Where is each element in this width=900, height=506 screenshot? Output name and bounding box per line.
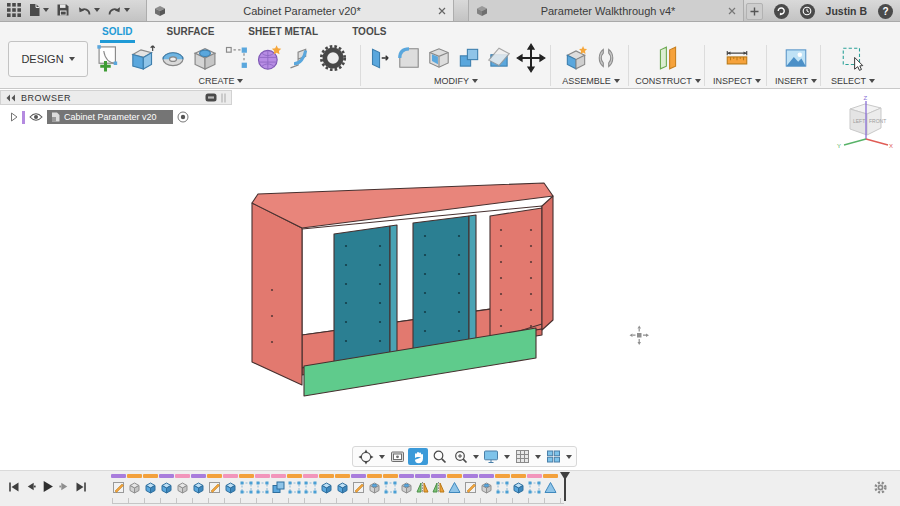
hole-icon[interactable] <box>191 44 219 72</box>
viewports-button[interactable] <box>543 448 563 465</box>
display-dropdown-caret[interactable] <box>502 455 511 459</box>
orbit-button[interactable] <box>356 448 376 465</box>
redo-icon[interactable] <box>107 4 130 17</box>
disclosure-triangle-icon[interactable] <box>10 112 18 122</box>
timeline-item-pattern[interactable] <box>526 474 542 494</box>
measure-icon[interactable] <box>724 45 750 71</box>
timeline-item-pattern[interactable] <box>494 474 510 494</box>
grid-dropdown-caret[interactable] <box>533 455 542 459</box>
group-label-create[interactable]: CREATE <box>90 76 352 86</box>
shell-icon[interactable] <box>426 45 452 71</box>
timeline-item-combine[interactable] <box>270 474 286 494</box>
timeline-item-pattern[interactable] <box>302 474 318 494</box>
timeline-item-hole[interactable] <box>478 474 494 494</box>
timeline-item-pattern[interactable] <box>254 474 270 494</box>
activate-component-radio-icon[interactable] <box>177 111 189 123</box>
timeline-item-sketch[interactable] <box>206 474 222 494</box>
help-icon[interactable]: ? <box>878 4 893 19</box>
close-tab-icon[interactable] <box>438 7 446 15</box>
joint-icon[interactable] <box>593 45 619 71</box>
timeline-item-mirror[interactable] <box>414 474 430 494</box>
fillet-icon[interactable] <box>396 45 422 71</box>
combine-icon[interactable] <box>456 45 482 71</box>
close-tab-icon[interactable] <box>728 7 736 15</box>
timeline-item-extrude[interactable] <box>158 474 174 494</box>
timeline-item-mirror[interactable] <box>430 474 446 494</box>
timeline-item-pattern[interactable] <box>382 474 398 494</box>
zoom-dropdown-caret[interactable] <box>471 455 480 459</box>
sweep-icon[interactable] <box>287 44 315 72</box>
browser-filter-icon[interactable] <box>205 93 217 102</box>
user-name[interactable]: Justin B <box>826 5 867 17</box>
pan-button[interactable] <box>408 448 428 465</box>
orbit-dropdown-caret[interactable] <box>377 455 386 459</box>
display-settings-button[interactable] <box>481 448 501 465</box>
create-sketch-icon[interactable] <box>95 44 123 72</box>
timeline-item-hole[interactable] <box>366 474 382 494</box>
zoom-window-button[interactable] <box>450 448 470 465</box>
timeline-item-pattern[interactable] <box>238 474 254 494</box>
collapse-panel-icon[interactable] <box>6 94 16 102</box>
undo-icon[interactable] <box>77 4 100 17</box>
document-tab-inactive[interactable]: Parameter Walkthrough v4* <box>468 0 744 21</box>
timeline-item-extrude[interactable] <box>318 474 334 494</box>
new-document-button[interactable] <box>746 3 763 20</box>
group-label-construct[interactable]: CONSTRUCT <box>634 76 702 86</box>
step-forward-button[interactable] <box>59 481 70 492</box>
timeline-item-box[interactable] <box>174 474 190 494</box>
timeline-item-hole[interactable] <box>398 474 414 494</box>
grid-settings-button[interactable] <box>512 448 532 465</box>
browser-document-item[interactable]: Cabinet Parameter v20 <box>47 110 173 124</box>
thread-icon[interactable] <box>319 44 347 72</box>
job-status-icon[interactable] <box>774 4 789 19</box>
play-button[interactable] <box>41 480 54 493</box>
form-icon[interactable] <box>255 44 283 72</box>
group-label-inspect[interactable]: INSPECT <box>708 76 766 86</box>
skip-to-end-button[interactable] <box>75 481 87 493</box>
extrude-icon[interactable] <box>127 44 155 72</box>
construct-plane-icon[interactable] <box>655 45 681 71</box>
group-label-assemble[interactable]: ASSEMBLE <box>556 76 626 86</box>
split-body-icon[interactable] <box>486 45 512 71</box>
group-label-modify[interactable]: MODIFY <box>366 76 546 86</box>
timeline-item-extrude[interactable] <box>334 474 350 494</box>
revolve-icon[interactable] <box>159 44 187 72</box>
document-tab-active[interactable]: Cabinet Parameter v20* <box>146 0 454 21</box>
timeline-item-triangle[interactable] <box>446 474 462 494</box>
file-menu-icon[interactable] <box>28 3 49 17</box>
visibility-eye-icon[interactable] <box>29 112 43 122</box>
viewcube-left-label[interactable]: LEFT <box>853 118 865 124</box>
step-back-button[interactable] <box>25 481 36 492</box>
panel-grip-icon[interactable] <box>221 93 226 103</box>
timeline-item-extrude[interactable] <box>142 474 158 494</box>
press-pull-icon[interactable] <box>366 45 392 71</box>
save-icon[interactable] <box>56 3 70 17</box>
move-copy-icon[interactable] <box>516 43 546 73</box>
group-label-select[interactable]: SELECT <box>826 76 880 86</box>
look-at-button[interactable] <box>387 448 407 465</box>
workspace-selector[interactable]: DESIGN <box>8 41 88 77</box>
notifications-clock-icon[interactable] <box>800 4 815 19</box>
timeline-item-sketch[interactable] <box>462 474 478 494</box>
view-cube[interactable]: LEFT FRONT Z X Y <box>836 94 894 152</box>
timeline-item-sketch[interactable] <box>110 474 126 494</box>
model-cabinet[interactable] <box>240 172 570 402</box>
app-launcher-icon[interactable] <box>7 3 21 17</box>
timeline-playhead[interactable] <box>564 474 566 501</box>
skip-to-start-button[interactable] <box>8 481 20 493</box>
timeline-item-sketch[interactable] <box>350 474 366 494</box>
viewcube-front-label[interactable]: FRONT <box>869 118 886 124</box>
timeline-item-extrude[interactable] <box>510 474 526 494</box>
timeline-item-extrude[interactable] <box>222 474 238 494</box>
timeline-item-box[interactable] <box>126 474 142 494</box>
timeline-settings-gear-icon[interactable] <box>873 480 888 495</box>
insert-image-icon[interactable] <box>783 45 809 71</box>
browser-root-node[interactable]: Cabinet Parameter v20 <box>10 110 189 124</box>
timeline-item-triangle[interactable] <box>542 474 558 494</box>
select-icon[interactable] <box>840 45 866 71</box>
zoom-button[interactable] <box>429 448 449 465</box>
timeline-item-extrude[interactable] <box>190 474 206 494</box>
viewports-dropdown-caret[interactable] <box>564 455 573 459</box>
timeline-item-pattern[interactable] <box>286 474 302 494</box>
new-component-icon[interactable] <box>563 45 589 71</box>
